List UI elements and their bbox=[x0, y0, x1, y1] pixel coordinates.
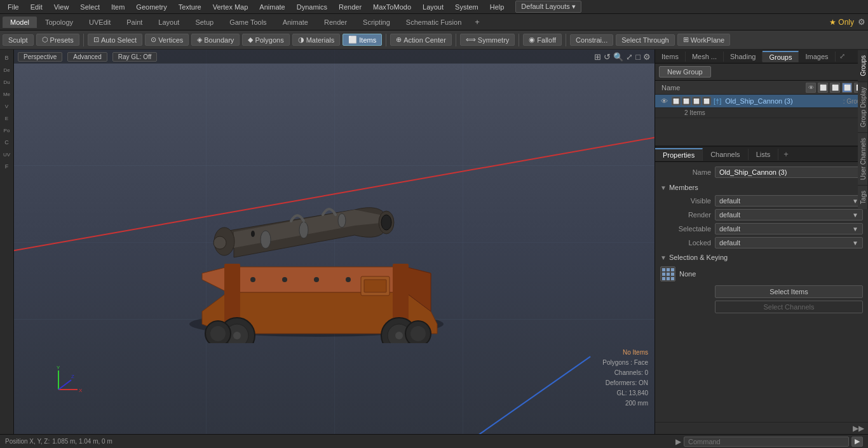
group-visibility-icon[interactable]: 👁 bbox=[659, 96, 669, 106]
group-icon-4[interactable]: ⬜ bbox=[702, 97, 711, 105]
visible-dropdown[interactable]: default ▼ bbox=[715, 195, 863, 207]
layout-dropdown[interactable]: Default Layouts ▾ bbox=[515, 1, 581, 13]
menu-help[interactable]: Help bbox=[485, 2, 510, 12]
prop-tab-channels[interactable]: Channels bbox=[703, 149, 748, 160]
vertices-button[interactable]: ⊙ Vertices bbox=[145, 34, 189, 46]
gear-icon[interactable]: ⚙ bbox=[858, 17, 865, 27]
menu-maxtomodo[interactable]: MaxToModo bbox=[368, 2, 416, 12]
tab-layout[interactable]: Layout bbox=[151, 17, 187, 28]
locked-dropdown[interactable]: default ▼ bbox=[715, 237, 863, 248]
group-icon-3[interactable]: ⬜ bbox=[692, 97, 701, 105]
menu-file[interactable]: File bbox=[3, 2, 24, 12]
group-row[interactable]: 👁 ⬜ ⬜ ⬜ ⬜ [†] Old_Ship_Cannon (3) : Grou… bbox=[655, 95, 868, 108]
select-items-button[interactable]: Select Items bbox=[715, 285, 863, 298]
tab-game-tools[interactable]: Game Tools bbox=[222, 17, 275, 28]
viewport-icon-frame[interactable]: ⊞ bbox=[594, 52, 601, 62]
falloff-button[interactable]: ◉ Falloff bbox=[523, 34, 562, 46]
prop-tab-lists[interactable]: Lists bbox=[749, 149, 779, 160]
prop-tab-properties[interactable]: Properties bbox=[655, 148, 703, 161]
viewport-icon-rotate[interactable]: ↺ bbox=[604, 52, 611, 62]
viewport-icon-maximize[interactable]: □ bbox=[635, 52, 641, 62]
render-dropdown[interactable]: default ▼ bbox=[715, 209, 863, 221]
vert-label-user-channels[interactable]: User Channels bbox=[858, 132, 868, 185]
auto-select-button[interactable]: ⊡ Auto Select bbox=[88, 34, 142, 46]
prop-add-tab[interactable]: + bbox=[778, 147, 794, 161]
vert-label-groups[interactable]: Groups bbox=[858, 50, 868, 81]
selectable-dropdown[interactable]: default ▼ bbox=[715, 223, 863, 234]
viewport-icon-search[interactable]: 🔍 bbox=[613, 52, 623, 62]
menu-item[interactable]: Item bbox=[106, 2, 130, 12]
tab-render[interactable]: Render bbox=[316, 17, 355, 28]
vert-label-group-display[interactable]: Group Display bbox=[858, 81, 868, 132]
viewport-icon-settings[interactable]: ⚙ bbox=[643, 52, 651, 62]
polygons-button[interactable]: ◆ Polygons bbox=[242, 34, 289, 46]
sculpt-button[interactable]: Sculpt bbox=[3, 34, 34, 46]
rp-tab-images[interactable]: Images bbox=[799, 51, 835, 62]
rp-tab-shading[interactable]: Shading bbox=[724, 51, 763, 62]
left-tool-7[interactable]: Po bbox=[1, 125, 13, 136]
rp-tab-items[interactable]: Items bbox=[655, 51, 686, 62]
menu-select[interactable]: Select bbox=[75, 2, 105, 12]
viewport[interactable]: Perspective Advanced Ray GL: Off ⊞ ↺ 🔍 ⤢… bbox=[14, 50, 654, 434]
menu-texture[interactable]: Texture bbox=[173, 2, 207, 12]
left-tool-6[interactable]: E bbox=[1, 112, 13, 124]
tab-scripting[interactable]: Scripting bbox=[355, 17, 398, 28]
left-tool-5[interactable]: V bbox=[1, 100, 13, 112]
menu-geometry[interactable]: Geometry bbox=[131, 2, 172, 12]
items-button[interactable]: ⬜ Items bbox=[342, 34, 382, 46]
tab-paint[interactable]: Paint bbox=[119, 17, 150, 28]
tab-setup[interactable]: Setup bbox=[187, 17, 221, 28]
selection-keying-header[interactable]: ▼ Selection & Keying bbox=[660, 252, 863, 262]
ray-gl-button[interactable]: Ray GL: Off bbox=[112, 52, 158, 62]
action-center-button[interactable]: ⊕ Action Center bbox=[390, 34, 452, 46]
boundary-button[interactable]: ◈ Boundary bbox=[191, 34, 240, 46]
advanced-button[interactable]: Advanced bbox=[67, 52, 107, 62]
presets-button[interactable]: ⬡ Presets bbox=[36, 34, 79, 46]
command-send-button[interactable]: ▶ bbox=[851, 437, 863, 447]
left-tool-9[interactable]: UV bbox=[1, 149, 13, 160]
rp-tab-groups[interactable]: Groups bbox=[763, 51, 799, 62]
symmetry-button[interactable]: ⟺ Symmetry bbox=[460, 34, 515, 46]
vert-label-tags[interactable]: Tags bbox=[858, 185, 868, 209]
perspective-button[interactable]: Perspective bbox=[18, 52, 62, 62]
menu-edit[interactable]: Edit bbox=[25, 2, 48, 12]
left-tool-8[interactable]: C bbox=[1, 137, 13, 148]
layout-tab-add[interactable]: + bbox=[470, 15, 485, 29]
groups-icon-1[interactable]: ⬜ bbox=[818, 83, 828, 93]
tab-schematic-fusion[interactable]: Schematic Fusion bbox=[398, 17, 469, 28]
left-tool-1[interactable]: B bbox=[1, 52, 13, 64]
groups-icon-eye[interactable]: 👁 bbox=[806, 83, 816, 93]
select-through-button[interactable]: Select Through bbox=[616, 34, 674, 46]
menu-view[interactable]: View bbox=[49, 2, 74, 12]
rp-tab-mesh[interactable]: Mesh ... bbox=[686, 51, 724, 62]
group-icon-2[interactable]: ⬜ bbox=[682, 97, 691, 105]
select-channels-button[interactable]: Select Channels bbox=[715, 301, 863, 313]
groups-icon-3[interactable]: ⬜ bbox=[842, 83, 852, 93]
tab-topology[interactable]: Topology bbox=[37, 17, 81, 28]
left-tool-3[interactable]: Du bbox=[1, 76, 13, 88]
left-tool-10[interactable]: F bbox=[1, 161, 13, 172]
star-icon[interactable]: ★ Only bbox=[829, 18, 854, 27]
tab-animate[interactable]: Animate bbox=[275, 17, 316, 28]
viewport-icon-expand[interactable]: ⤢ bbox=[626, 52, 633, 62]
menu-render[interactable]: Render bbox=[334, 2, 367, 12]
menu-animate[interactable]: Animate bbox=[254, 2, 290, 12]
members-header[interactable]: ▼ Members bbox=[660, 182, 863, 193]
menu-layout[interactable]: Layout bbox=[417, 2, 449, 12]
command-input[interactable] bbox=[684, 437, 849, 447]
menu-system[interactable]: System bbox=[450, 2, 484, 12]
rp-resize-btn[interactable]: ⤢ bbox=[836, 51, 849, 62]
constraints-button[interactable]: Constrai... bbox=[570, 34, 613, 46]
menu-vertex-map[interactable]: Vertex Map bbox=[208, 2, 254, 12]
materials-button[interactable]: ◑ Materials bbox=[292, 34, 341, 46]
menu-dynamics[interactable]: Dynamics bbox=[292, 2, 332, 12]
workplane-button[interactable]: ⊞ WorkPlane bbox=[677, 34, 731, 46]
tab-model[interactable]: Model bbox=[3, 17, 37, 28]
new-group-button[interactable]: New Group bbox=[659, 66, 711, 78]
name-input[interactable] bbox=[715, 166, 863, 178]
groups-icon-2[interactable]: ⬜ bbox=[830, 83, 840, 93]
left-tool-2[interactable]: De bbox=[1, 64, 13, 76]
left-tool-4[interactable]: Me bbox=[1, 88, 13, 100]
group-icon-1[interactable]: ⬜ bbox=[672, 97, 681, 105]
tab-uvedit[interactable]: UVEdit bbox=[81, 17, 118, 28]
